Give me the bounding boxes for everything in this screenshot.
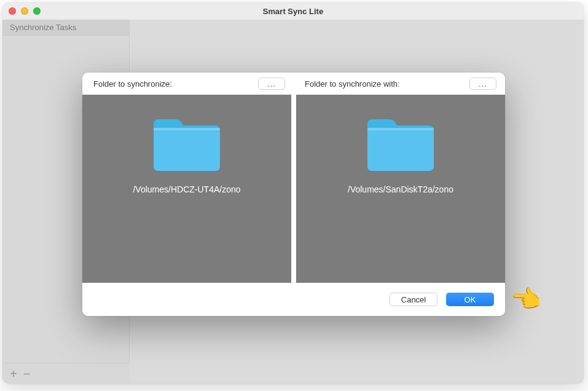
folder-icon bbox=[365, 116, 436, 173]
maximize-window-button[interactable] bbox=[33, 7, 41, 15]
dialog-footer: Cancel OK bbox=[82, 283, 505, 316]
source-folder-path: /Volumes/HDCZ-UT4A/zono bbox=[133, 184, 240, 194]
source-folder-label: Folder to synchronize: bbox=[93, 79, 172, 89]
traffic-lights bbox=[9, 7, 41, 15]
target-folder-path: /Volumes/SanDiskT2a/zono bbox=[348, 184, 453, 194]
sidebar-item-sync-tasks[interactable]: Synchronize Tasks bbox=[2, 20, 129, 36]
target-folder-label: Folder to synchronize with: bbox=[305, 79, 400, 89]
target-folder-browse-button[interactable]: ... bbox=[469, 77, 496, 90]
sidebar-item-label: Synchronize Tasks bbox=[10, 23, 76, 32]
folder-icon bbox=[151, 116, 222, 173]
sync-dialog: Folder to synchronize: ... Folder to syn… bbox=[82, 73, 505, 316]
sidebar-toolbar: + − bbox=[2, 363, 130, 384]
ok-button[interactable]: OK bbox=[446, 293, 494, 306]
cancel-button[interactable]: Cancel bbox=[390, 293, 437, 306]
pointer-hand-icon: 👉 bbox=[511, 286, 542, 311]
source-folder-browse-button[interactable]: ... bbox=[258, 77, 285, 90]
add-task-button[interactable]: + bbox=[10, 368, 17, 380]
dialog-body: /Volumes/HDCZ-UT4A/zono /Volumes/SanDisk… bbox=[82, 95, 505, 283]
svg-rect-0 bbox=[154, 128, 220, 130]
dialog-header: Folder to synchronize: ... Folder to syn… bbox=[82, 73, 505, 95]
titlebar: Smart Sync Lite bbox=[2, 2, 584, 20]
source-folder-panel[interactable]: /Volumes/HDCZ-UT4A/zono bbox=[82, 95, 291, 283]
dialog-header-right: Folder to synchronize with: ... bbox=[294, 73, 505, 95]
dialog-header-left: Folder to synchronize: ... bbox=[82, 73, 294, 95]
minimize-window-button[interactable] bbox=[21, 7, 28, 15]
close-window-button[interactable] bbox=[9, 7, 16, 15]
svg-rect-1 bbox=[367, 128, 434, 130]
remove-task-button[interactable]: − bbox=[23, 368, 31, 380]
window-title: Smart Sync Lite bbox=[263, 7, 323, 16]
target-folder-panel[interactable]: /Volumes/SanDiskT2a/zono bbox=[296, 95, 505, 283]
